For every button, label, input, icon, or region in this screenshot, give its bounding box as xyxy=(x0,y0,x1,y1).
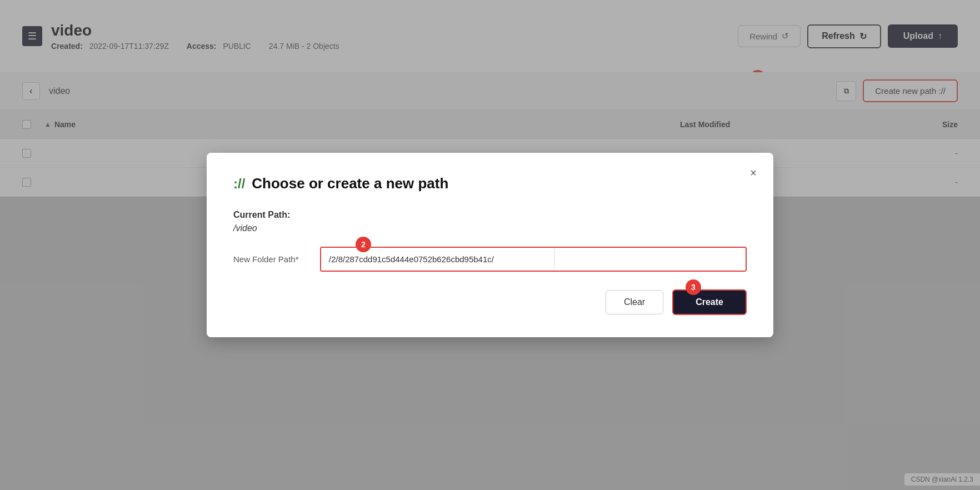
modal-title-row: :// Choose or create a new path xyxy=(233,175,747,192)
create-label: Create xyxy=(696,297,723,307)
step2-badge: 2 xyxy=(356,237,371,252)
clear-button[interactable]: Clear xyxy=(606,290,663,314)
path-input-wrapper xyxy=(320,247,747,272)
create-button[interactable]: Create xyxy=(672,289,747,315)
current-path-label: Current Path: xyxy=(233,210,747,220)
close-icon: × xyxy=(750,167,757,179)
folder-path-input-left[interactable] xyxy=(321,248,554,271)
clear-label: Clear xyxy=(624,297,645,307)
modal-actions: 3 Clear Create xyxy=(233,289,747,315)
modal: × :// Choose or create a new path Curren… xyxy=(207,153,773,337)
modal-close-button[interactable]: × xyxy=(744,164,762,182)
modal-current-path-section: Current Path: /video xyxy=(233,210,747,233)
modal-title: Choose or create a new path xyxy=(252,175,448,192)
modal-overlay: × :// Choose or create a new path Curren… xyxy=(0,0,980,490)
folder-path-input-right[interactable] xyxy=(554,248,746,271)
step3-badge: 3 xyxy=(686,279,701,295)
folder-path-label: New Folder Path* xyxy=(233,254,311,264)
current-path-value: /video xyxy=(233,223,257,233)
modal-form-row: 2 New Folder Path* xyxy=(233,247,747,272)
modal-logo: :// xyxy=(233,176,245,192)
